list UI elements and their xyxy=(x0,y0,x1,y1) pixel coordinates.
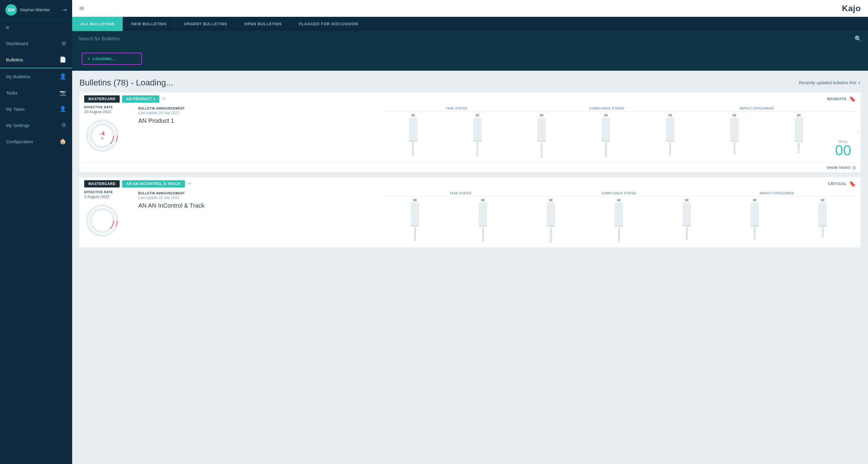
sidebar-item-tasks[interactable]: Tasks 📷 xyxy=(0,85,72,101)
bulletins-title: Bulletins (78) - Loading... xyxy=(80,78,173,88)
card-1-right: TASK STATES COMPLIANCE STATES IMPACT CAT… xyxy=(381,106,856,158)
card-1-header: MASTERCARD AN PRODUCT 1 ⚑ MANDATE 🔖 xyxy=(80,92,861,106)
topbar: ✉ Kajo xyxy=(72,0,868,17)
my-bulletins-label: My Bulletins xyxy=(6,74,30,79)
card-1-middle: BULLETIN ANNOUNCEMENT Last Update 20 Jul… xyxy=(138,106,375,158)
stat-col-finished-2: 00 FINISHED xyxy=(721,198,788,242)
content-area: ALL BULLETINS NEW BULLETINS URGENT BULLE… xyxy=(72,17,868,464)
stats-columns-2: 00 ASSIGNED 00 REJECTED 00 xyxy=(381,198,856,242)
sidebar-item-configuration[interactable]: Configuration 🏠 xyxy=(0,133,72,149)
tab-new-bulletins[interactable]: NEW BULLETINS xyxy=(123,17,175,31)
total-section-1: TOTAL 00 xyxy=(830,140,856,158)
tag-mastercard-1[interactable]: MASTERCARD xyxy=(84,95,120,103)
bulletin-name-2: AN AN InControl & Track xyxy=(138,202,375,209)
tab-open-bulletins[interactable]: OPEN BULLETINS xyxy=(236,17,291,31)
tag-product-1[interactable]: AN PRODUCT 1 xyxy=(122,95,159,103)
sidebar-username: Stephan Wächter xyxy=(20,7,50,12)
stat-col-progress-2: 00 PROGRESS xyxy=(585,198,652,242)
tag-incontrol-2[interactable]: AN AN INCONTROL & TRACK xyxy=(122,180,185,187)
sidebar-header: SW Stephan Wächter ⇥ xyxy=(0,0,72,20)
donut-letter-1: D xyxy=(101,136,104,141)
card-1-body: EFFECTIVE DATE 20 August 2022 -4 D xyxy=(80,106,861,163)
loading-dropdown[interactable]: ∧ LOADING... xyxy=(82,53,142,65)
bulletin-name-1: AN Product 1 xyxy=(138,117,375,124)
card-2-left: EFFECTIVE DATE 3 August 2022 xyxy=(84,191,132,242)
bookmark-icon-1[interactable]: 🔖 xyxy=(849,96,856,102)
stat-col-discovery-1: 00 DISCOVERY xyxy=(510,113,574,158)
donut-center-1: -4 D xyxy=(100,131,105,141)
stat-col-rejected-2: 00 REJECTED xyxy=(450,198,516,242)
app-title: Kajo xyxy=(842,4,861,13)
card-2-body: EFFECTIVE DATE 3 August 2022 BULLETIN AN… xyxy=(80,191,861,248)
sidebar-item-bulletins[interactable]: Bulletins 📄 xyxy=(0,52,72,68)
effective-date-1: 20 August 2022 xyxy=(84,110,132,114)
show-tasks-label-1[interactable]: SHOW TASKS xyxy=(827,166,850,169)
stat-col-overdue-1: 00 OVERDUE xyxy=(639,113,702,158)
search-icon[interactable]: 🔍 xyxy=(855,35,862,42)
bulletin-update-1: Last Update 20 July 2022 xyxy=(138,111,375,115)
sort-dropdown[interactable]: Recently updated bulletins first ∨ xyxy=(799,80,861,85)
mandate-label-1: MANDATE 🔖 xyxy=(827,96,856,102)
donut-chart-1: -4 D xyxy=(84,118,120,154)
dashboard-icon: ⊞ xyxy=(62,40,66,47)
dashboard-label: Dashboard xyxy=(6,41,28,46)
tab-urgent-bulletins[interactable]: URGENT BULLETINS xyxy=(175,17,236,31)
bulletins-label: Bulletins xyxy=(6,57,23,62)
bulletins-icon: 📄 xyxy=(60,56,66,63)
bulletin-card-2: MASTERCARD AN AN INCONTROL & TRACK ⚑ CRI… xyxy=(80,177,861,248)
tag-mastercard-2[interactable]: MASTERCARD xyxy=(84,180,120,187)
sidebar-item-my-bulletins[interactable]: My Bulletins 👤 xyxy=(0,68,72,85)
configuration-icon: 🏠 xyxy=(60,138,66,145)
sidebar-item-dashboard[interactable]: Dashboard ⊞ xyxy=(0,35,72,52)
sidebar-nav: Dashboard ⊞ Bulletins 📄 My Bulletins 👤 T… xyxy=(0,35,72,464)
donut-chart-2 xyxy=(84,203,120,239)
my-settings-icon: ⚙ xyxy=(61,122,66,128)
card-1-footer: SHOW TASKS ⊡ xyxy=(80,163,861,172)
sidebar-item-my-settings[interactable]: My Settings ⚙ xyxy=(0,117,72,133)
stats-columns-1: 00 ASSIGNED 00 REJECTED 00 xyxy=(381,113,830,158)
sidebar-user: SW Stephan Wächter xyxy=(5,4,50,16)
flag-icon-2[interactable]: ⚑ xyxy=(187,181,191,187)
card-2-tags: MASTERCARD AN AN INCONTROL & TRACK ⚑ xyxy=(84,180,191,187)
stat-col-overdue-2: 00 OVERDUE xyxy=(653,198,720,242)
bookmark-icon-2[interactable]: 🔖 xyxy=(849,180,856,187)
critical-label-2: CRITICAL 🔖 xyxy=(828,180,856,187)
impact-categories-header-2: IMPACT CATEGORIES xyxy=(698,192,856,195)
card-1-tags: MASTERCARD AN PRODUCT 1 ⚑ xyxy=(84,95,166,103)
card-2-right: TASK STATES COMPLIANCE STATES IMPACT CAT… xyxy=(381,191,856,242)
compliance-states-header-2: COMPLIANCE STATES xyxy=(540,192,698,195)
show-tasks-icon-1[interactable]: ⊡ xyxy=(852,165,856,170)
tasks-icon: 📷 xyxy=(60,89,66,96)
stat-col-progress-1: 00 PROGRESS xyxy=(574,113,638,158)
main-content: ✉ Kajo ALL BULLETINS NEW BULLETINS URGEN… xyxy=(72,0,868,464)
my-settings-label: My Settings xyxy=(6,123,29,128)
stat-value-assigned-1: 00 xyxy=(411,113,415,117)
stat-col-rejected-1: 00 REJECTED xyxy=(446,113,509,158)
my-tasks-icon: 👤 xyxy=(60,106,66,112)
tab-all-bulletins[interactable]: ALL BULLETINS xyxy=(72,17,123,31)
logout-icon[interactable]: ⇥ xyxy=(62,7,67,13)
bulletins-header: Bulletins (78) - Loading... Recently upd… xyxy=(72,71,868,92)
sidebar-item-my-tasks[interactable]: My Tasks 👤 xyxy=(0,101,72,117)
stat-col-closed-2: 00 CLOSED xyxy=(789,198,856,242)
effective-date-label-1: EFFECTIVE DATE xyxy=(84,106,132,109)
card-2-middle: BULLETIN ANNOUNCEMENT Last Update 20 Jul… xyxy=(138,191,375,242)
mail-icon[interactable]: ✉ xyxy=(80,5,85,12)
chevron-up-icon: ∧ xyxy=(87,56,90,61)
search-bar: 🔍 xyxy=(72,31,868,47)
tab-flagged-for-discussion[interactable]: FLAGGED FOR DISCUSSION xyxy=(290,17,367,31)
stat-col-closed-1: 00 CLOSED xyxy=(767,113,830,158)
card-2-header: MASTERCARD AN AN INCONTROL & TRACK ⚑ CRI… xyxy=(80,177,861,191)
close-icon[interactable]: ✕ xyxy=(0,20,72,35)
total-value-1: 00 xyxy=(835,143,851,158)
effective-date-2: 3 August 2022 xyxy=(84,194,132,199)
impact-categories-header-1: IMPACT CATEGORIES xyxy=(682,107,832,110)
chevron-down-icon: ∨ xyxy=(858,81,861,85)
search-input[interactable] xyxy=(78,36,851,41)
stat-label-assigned-1: ASSIGNED xyxy=(412,142,414,156)
chevron-right-icon-1[interactable]: › xyxy=(857,127,860,136)
compliance-states-header-1: COMPLIANCE STATES xyxy=(532,107,682,110)
flag-icon-1[interactable]: ⚑ xyxy=(162,96,166,102)
tabs-bar: ALL BULLETINS NEW BULLETINS URGENT BULLE… xyxy=(72,17,868,31)
sort-label: Recently updated bulletins first xyxy=(799,80,856,85)
